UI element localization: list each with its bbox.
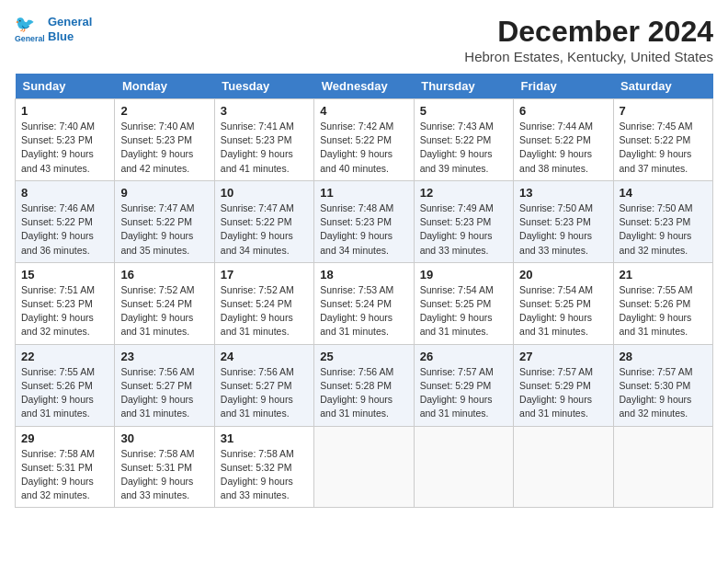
calendar-week-row: 15Sunrise: 7:51 AMSunset: 5:23 PMDayligh… bbox=[16, 262, 713, 344]
column-header-wednesday: Wednesday bbox=[314, 74, 414, 99]
calendar-cell: 6Sunrise: 7:44 AMSunset: 5:22 PMDaylight… bbox=[514, 99, 613, 181]
day-detail: Sunrise: 7:47 AMSunset: 5:22 PMDaylight:… bbox=[120, 201, 208, 258]
day-number: 28 bbox=[620, 350, 707, 363]
day-number: 31 bbox=[221, 431, 308, 445]
day-detail: Sunrise: 7:58 AMSunset: 5:31 PMDaylight:… bbox=[21, 447, 108, 503]
day-number: 16 bbox=[120, 268, 208, 282]
calendar-cell: 10Sunrise: 7:47 AMSunset: 5:22 PMDayligh… bbox=[214, 180, 313, 262]
day-number: 12 bbox=[420, 186, 507, 200]
calendar-cell: 3Sunrise: 7:41 AMSunset: 5:23 PMDaylight… bbox=[214, 99, 313, 181]
calendar-cell: 8Sunrise: 7:46 AMSunset: 5:22 PMDaylight… bbox=[16, 180, 115, 262]
day-number: 1 bbox=[21, 104, 108, 118]
day-number: 2 bbox=[120, 104, 208, 118]
day-detail: Sunrise: 7:56 AMSunset: 5:28 PMDaylight:… bbox=[320, 365, 407, 421]
calendar-cell: 11Sunrise: 7:48 AMSunset: 5:23 PMDayligh… bbox=[314, 180, 414, 262]
day-detail: Sunrise: 7:46 AMSunset: 5:22 PMDaylight:… bbox=[21, 201, 108, 258]
day-number: 14 bbox=[620, 186, 707, 200]
day-number: 26 bbox=[420, 350, 507, 363]
day-detail: Sunrise: 7:51 AMSunset: 5:23 PMDaylight:… bbox=[21, 283, 108, 339]
day-detail: Sunrise: 7:43 AMSunset: 5:22 PMDaylight:… bbox=[420, 120, 507, 176]
svg-text:General: General bbox=[15, 34, 44, 43]
calendar-cell: 13Sunrise: 7:50 AMSunset: 5:23 PMDayligh… bbox=[514, 180, 613, 262]
calendar-cell: 23Sunrise: 7:56 AMSunset: 5:27 PMDayligh… bbox=[115, 344, 214, 426]
day-detail: Sunrise: 7:54 AMSunset: 5:25 PMDaylight:… bbox=[420, 283, 507, 339]
day-number: 13 bbox=[519, 186, 607, 200]
day-detail: Sunrise: 7:47 AMSunset: 5:22 PMDaylight:… bbox=[221, 201, 308, 258]
day-detail: Sunrise: 7:40 AMSunset: 5:23 PMDaylight:… bbox=[21, 120, 108, 176]
calendar-cell: 16Sunrise: 7:52 AMSunset: 5:24 PMDayligh… bbox=[115, 262, 214, 344]
day-number: 21 bbox=[620, 268, 707, 282]
calendar-cell: 1Sunrise: 7:40 AMSunset: 5:23 PMDaylight… bbox=[16, 99, 115, 181]
calendar-header-row: SundayMondayTuesdayWednesdayThursdayFrid… bbox=[16, 74, 713, 99]
calendar-cell: 27Sunrise: 7:57 AMSunset: 5:29 PMDayligh… bbox=[514, 344, 613, 426]
day-detail: Sunrise: 7:53 AMSunset: 5:24 PMDaylight:… bbox=[320, 283, 407, 339]
day-detail: Sunrise: 7:45 AMSunset: 5:22 PMDaylight:… bbox=[620, 120, 707, 176]
title-area: December 2024 Hebron Estates, Kentucky, … bbox=[464, 15, 713, 64]
day-number: 23 bbox=[120, 350, 208, 363]
day-number: 30 bbox=[120, 431, 208, 445]
calendar-cell bbox=[314, 426, 414, 508]
calendar-cell: 26Sunrise: 7:57 AMSunset: 5:29 PMDayligh… bbox=[414, 344, 513, 426]
day-number: 8 bbox=[21, 186, 108, 200]
calendar-week-row: 8Sunrise: 7:46 AMSunset: 5:22 PMDaylight… bbox=[16, 180, 713, 262]
day-number: 17 bbox=[221, 268, 308, 282]
calendar-cell: 4Sunrise: 7:42 AMSunset: 5:22 PMDaylight… bbox=[314, 99, 414, 181]
calendar-cell: 21Sunrise: 7:55 AMSunset: 5:26 PMDayligh… bbox=[613, 262, 712, 344]
day-detail: Sunrise: 7:55 AMSunset: 5:26 PMDaylight:… bbox=[21, 365, 108, 421]
calendar-cell: 29Sunrise: 7:58 AMSunset: 5:31 PMDayligh… bbox=[16, 426, 115, 508]
calendar-cell: 18Sunrise: 7:53 AMSunset: 5:24 PMDayligh… bbox=[314, 262, 414, 344]
day-detail: Sunrise: 7:50 AMSunset: 5:23 PMDaylight:… bbox=[620, 201, 707, 258]
day-detail: Sunrise: 7:50 AMSunset: 5:23 PMDaylight:… bbox=[519, 201, 607, 258]
page-header: 🐦 General GeneralBlue December 2024 Hebr… bbox=[15, 15, 713, 64]
calendar-cell: 15Sunrise: 7:51 AMSunset: 5:23 PMDayligh… bbox=[16, 262, 115, 344]
calendar-cell: 22Sunrise: 7:55 AMSunset: 5:26 PMDayligh… bbox=[16, 344, 115, 426]
day-number: 6 bbox=[519, 104, 607, 118]
day-number: 3 bbox=[221, 104, 308, 118]
day-number: 27 bbox=[519, 350, 607, 363]
main-title: December 2024 bbox=[464, 15, 713, 49]
calendar-cell: 9Sunrise: 7:47 AMSunset: 5:22 PMDaylight… bbox=[115, 180, 214, 262]
day-number: 15 bbox=[21, 268, 108, 282]
calendar-cell: 19Sunrise: 7:54 AMSunset: 5:25 PMDayligh… bbox=[414, 262, 513, 344]
day-detail: Sunrise: 7:57 AMSunset: 5:29 PMDaylight:… bbox=[420, 365, 507, 421]
calendar-table: SundayMondayTuesdayWednesdayThursdayFrid… bbox=[15, 74, 713, 508]
calendar-cell: 5Sunrise: 7:43 AMSunset: 5:22 PMDaylight… bbox=[414, 99, 513, 181]
logo: 🐦 General GeneralBlue bbox=[15, 15, 92, 44]
day-number: 4 bbox=[320, 104, 407, 118]
logo-icon: 🐦 General bbox=[15, 15, 44, 44]
day-number: 29 bbox=[21, 431, 108, 445]
calendar-cell: 17Sunrise: 7:52 AMSunset: 5:24 PMDayligh… bbox=[214, 262, 313, 344]
day-detail: Sunrise: 7:40 AMSunset: 5:23 PMDaylight:… bbox=[120, 120, 208, 176]
day-detail: Sunrise: 7:41 AMSunset: 5:23 PMDaylight:… bbox=[221, 120, 308, 176]
day-number: 5 bbox=[420, 104, 507, 118]
calendar-cell: 30Sunrise: 7:58 AMSunset: 5:31 PMDayligh… bbox=[115, 426, 214, 508]
column-header-thursday: Thursday bbox=[414, 74, 513, 99]
day-detail: Sunrise: 7:58 AMSunset: 5:31 PMDaylight:… bbox=[120, 447, 208, 503]
column-header-friday: Friday bbox=[514, 74, 613, 99]
day-number: 25 bbox=[320, 350, 407, 363]
calendar-cell bbox=[414, 426, 513, 508]
day-detail: Sunrise: 7:57 AMSunset: 5:29 PMDaylight:… bbox=[519, 365, 607, 421]
calendar-cell: 2Sunrise: 7:40 AMSunset: 5:23 PMDaylight… bbox=[115, 99, 214, 181]
calendar-cell bbox=[514, 426, 613, 508]
day-number: 7 bbox=[620, 104, 707, 118]
logo-text: GeneralBlue bbox=[48, 15, 92, 43]
day-number: 9 bbox=[120, 186, 208, 200]
column-header-monday: Monday bbox=[115, 74, 214, 99]
day-detail: Sunrise: 7:58 AMSunset: 5:32 PMDaylight:… bbox=[221, 447, 308, 503]
calendar-cell: 28Sunrise: 7:57 AMSunset: 5:30 PMDayligh… bbox=[613, 344, 712, 426]
calendar-cell: 24Sunrise: 7:56 AMSunset: 5:27 PMDayligh… bbox=[214, 344, 313, 426]
day-number: 20 bbox=[519, 268, 607, 282]
column-header-tuesday: Tuesday bbox=[214, 74, 313, 99]
day-detail: Sunrise: 7:44 AMSunset: 5:22 PMDaylight:… bbox=[519, 120, 607, 176]
day-detail: Sunrise: 7:56 AMSunset: 5:27 PMDaylight:… bbox=[120, 365, 208, 421]
subtitle: Hebron Estates, Kentucky, United States bbox=[464, 49, 713, 64]
calendar-cell bbox=[613, 426, 712, 508]
calendar-cell: 25Sunrise: 7:56 AMSunset: 5:28 PMDayligh… bbox=[314, 344, 414, 426]
day-number: 10 bbox=[221, 186, 308, 200]
day-number: 22 bbox=[21, 350, 108, 363]
day-detail: Sunrise: 7:52 AMSunset: 5:24 PMDaylight:… bbox=[120, 283, 208, 339]
day-detail: Sunrise: 7:48 AMSunset: 5:23 PMDaylight:… bbox=[320, 201, 407, 258]
calendar-week-row: 29Sunrise: 7:58 AMSunset: 5:31 PMDayligh… bbox=[16, 426, 713, 508]
calendar-cell: 7Sunrise: 7:45 AMSunset: 5:22 PMDaylight… bbox=[613, 99, 712, 181]
